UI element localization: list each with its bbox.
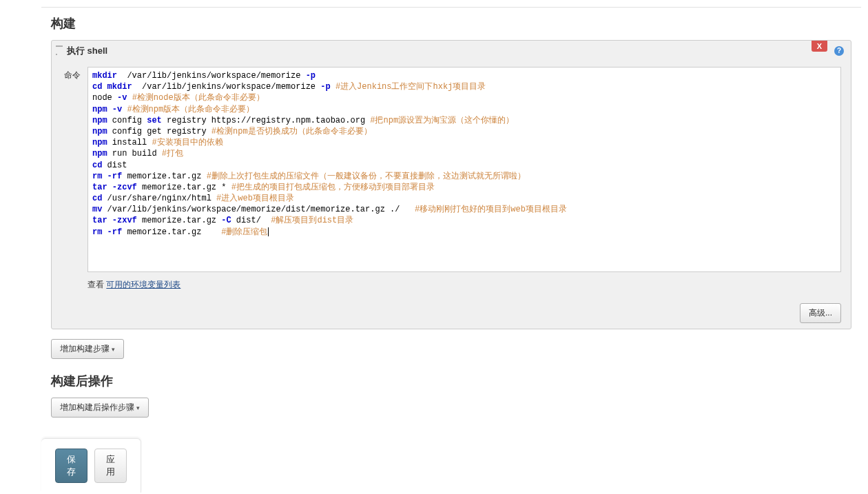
shell-step-container: 执行 shell X ? 命令 mkdir /var/lib/jenkins/w… [51,40,851,329]
shell-step-header: 执行 shell X ? [52,41,851,61]
post-build-section-title: 构建后操作 [41,373,861,389]
build-section: 构建 执行 shell X ? 命令 mkdir /var/lib/jenkin… [41,15,861,359]
drag-handle-icon[interactable] [56,45,63,55]
shell-step-title: 执行 shell [67,45,107,57]
build-section-title: 构建 [41,15,861,32]
env-prefix: 查看 [87,280,106,289]
help-icon[interactable]: ? [834,46,844,56]
top-divider [41,7,861,11]
shell-step-body: 命令 mkdir /var/lib/jenkins/workspace/memo… [52,61,851,300]
add-post-build-wrap: 增加构建后操作步骤 [51,398,851,418]
post-build-section: 构建后操作 增加构建后操作步骤 [41,373,861,418]
add-build-step-button[interactable]: 增加构建步骤 [51,339,124,359]
add-post-build-action-button[interactable]: 增加构建后操作步骤 [51,398,149,418]
delete-step-button[interactable]: X [812,41,827,52]
env-vars-link[interactable]: 可用的环境变量列表 [106,280,180,289]
env-vars-row: 查看 可用的环境变量列表 [87,279,841,291]
command-field-row: 命令 mkdir /var/lib/jenkins/workspace/memo… [61,67,841,272]
save-button[interactable]: 保存 [55,449,87,483]
add-build-step-wrap: 增加构建步骤 [51,339,851,359]
command-label: 命令 [61,67,81,81]
page-container: 构建 执行 shell X ? 命令 mkdir /var/lib/jenkin… [41,0,861,493]
shell-command-input[interactable]: mkdir /var/lib/jenkins/workspace/memoriz… [87,67,841,272]
apply-button[interactable]: 应用 [94,449,127,483]
advanced-row: 高级... [52,300,851,329]
footer-bar: 保存 应用 [41,438,141,493]
advanced-button[interactable]: 高级... [800,303,841,323]
